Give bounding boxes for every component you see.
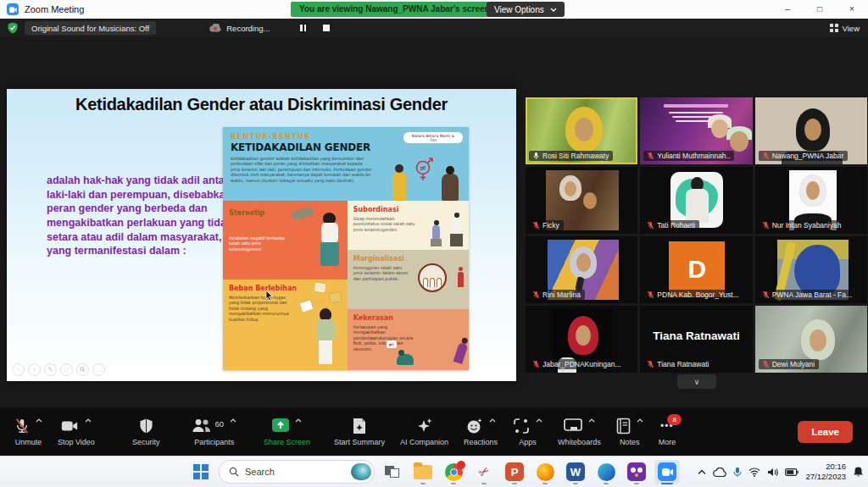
chevron-up-icon[interactable] — [637, 418, 643, 423]
view-layout-button[interactable]: View — [830, 24, 860, 33]
battery-icon[interactable] — [785, 468, 798, 476]
task-view-button[interactable] — [380, 460, 405, 484]
clock-date: 27/12/2023 — [805, 472, 846, 482]
minimize-button[interactable]: – — [771, 0, 804, 19]
purple-app-button[interactable] — [624, 460, 649, 484]
participant-name-label: PWNA Jawa Barat - Fa... PDNA Kab. Bogor_… — [643, 290, 743, 301]
chevron-up-icon[interactable] — [295, 418, 302, 423]
close-button[interactable]: × — [836, 0, 868, 19]
chevron-up-icon[interactable] — [230, 418, 236, 423]
chevron-up-icon[interactable] — [85, 418, 92, 423]
podium-illustration — [450, 234, 463, 246]
video-tile-active-speaker[interactable]: Rosi Siti Rahmawaty — [526, 97, 637, 164]
word-button[interactable]: W — [563, 460, 588, 484]
infographic-description: Ketidakadilan gender adalah ketidakadila… — [231, 156, 373, 183]
reactions-button[interactable]: Reactions — [456, 407, 505, 456]
wifi-icon[interactable] — [748, 468, 760, 477]
infographic-credit: Batara Betara Munti & Tim — [403, 132, 463, 143]
sticky-note-illustration — [299, 300, 313, 312]
smiley-reactions-icon — [466, 418, 483, 434]
infographic-header: BENTUK-BENTUK KETIDAKADILAN GENDER Ketid… — [223, 127, 469, 201]
original-sound-button[interactable]: Original Sound for Musicians: Off — [25, 21, 156, 35]
powerpoint-icon: P — [505, 462, 524, 481]
next-slide-icon: › — [28, 363, 41, 376]
video-tile[interactable]: Nawang_PWNA Jabar — [755, 97, 867, 164]
leave-button[interactable]: Leave — [798, 421, 853, 443]
stop-recording-button[interactable] — [323, 25, 330, 31]
more-button[interactable]: ••• 8 More — [651, 407, 684, 456]
hidden-icons-chevron[interactable] — [698, 469, 706, 475]
participant-name-label: Yulianti Muthmainnah.. — [643, 151, 734, 162]
person-illustration — [453, 218, 460, 234]
mic-muted-icon — [532, 221, 540, 230]
viewing-screen-banner: You are viewing Nawang_PWNA Jabar's scre… — [291, 2, 498, 17]
unmute-button[interactable]: Unmute — [7, 407, 50, 456]
mic-muted-icon — [762, 291, 770, 299]
summary-document-icon — [353, 418, 366, 434]
video-tile-camera-off[interactable]: Tiana Ratnawati Tiana Ratnawati — [640, 306, 752, 373]
start-summary-button[interactable]: Start Summary — [326, 407, 392, 456]
collapse-gallery-button[interactable]: ∨ — [677, 374, 716, 389]
mic-muted-icon — [647, 152, 654, 160]
powerpoint-button[interactable]: P — [502, 460, 527, 484]
chrome-button[interactable] — [441, 460, 466, 484]
apps-button[interactable]: Apps — [505, 407, 550, 456]
microphone-tray-icon[interactable] — [733, 467, 742, 478]
share-screen-icon — [272, 418, 289, 433]
section-beban-berlebihan: Beban Berlebihan Membebankan tugas-tugas… — [223, 279, 348, 370]
file-explorer-button[interactable] — [410, 460, 436, 484]
video-tile[interactable]: Dewi Mulyani — [755, 306, 867, 373]
notification-bell-icon[interactable] — [853, 466, 864, 478]
view-options-button[interactable]: View Options — [487, 2, 565, 17]
video-tile[interactable]: Jabar_PDNAKuningan... — [526, 306, 637, 373]
mic-muted-icon — [532, 360, 540, 368]
person-illustration — [432, 225, 440, 239]
search-highlight-image — [351, 463, 371, 480]
gender-inequality-illustration: ≠ — [381, 155, 465, 201]
ai-companion-button[interactable]: AI Companion — [392, 407, 456, 456]
video-tile[interactable]: Ficky — [526, 167, 637, 234]
recording-indicator: Recording... — [209, 24, 270, 33]
whiteboards-button[interactable]: Whiteboards — [550, 407, 609, 456]
mic-muted-icon — [647, 221, 654, 230]
maximize-button[interactable]: □ — [804, 0, 836, 19]
video-tile[interactable]: Nur Intan Syabaniyah — [755, 167, 867, 234]
participants-button[interactable]: 60 Participants — [184, 407, 244, 456]
chevron-up-icon[interactable] — [588, 418, 595, 423]
security-button[interactable]: Security — [125, 407, 168, 456]
notes-button[interactable]: Notes — [609, 407, 651, 456]
video-tile[interactable]: Tati Rohaeti — [640, 167, 752, 234]
zoom-app-icon — [7, 3, 19, 15]
share-screen-button[interactable]: Share Screen — [256, 407, 318, 456]
unequal-gender-symbol-icon: ≠ — [413, 157, 435, 182]
zoom-meeting-window: Zoom Meeting You are viewing Nawang_PWNA… — [0, 0, 868, 487]
owl-app-icon — [627, 462, 646, 481]
speaker-icon[interactable] — [767, 468, 778, 477]
task-view-icon — [385, 466, 400, 478]
chevron-up-icon[interactable] — [536, 418, 542, 423]
stop-video-button[interactable]: Stop Video — [50, 407, 103, 456]
infographic-heading: KETIDAKADILAN GENDER — [231, 141, 461, 153]
zoom-taskbar-button[interactable] — [654, 460, 680, 484]
taskbar-search-box[interactable]: Search — [219, 460, 375, 484]
pause-recording-button[interactable] — [300, 25, 306, 31]
onedrive-cloud-icon[interactable] — [713, 468, 726, 477]
clock-time: 20:16 — [805, 462, 846, 472]
video-tile[interactable]: PWNA Jawa Barat - Fa... — [755, 236, 867, 303]
firefox-button[interactable] — [532, 460, 558, 484]
video-tile[interactable]: Rini Marlina — [526, 236, 637, 303]
chevron-up-icon[interactable] — [36, 418, 42, 423]
mic-muted-icon — [762, 360, 770, 368]
chevron-up-icon[interactable] — [489, 418, 496, 423]
edge-button[interactable] — [593, 460, 619, 484]
video-tile[interactable]: Yulianti Muthmainnah.. — [640, 97, 752, 164]
sticky-note-illustration — [314, 282, 326, 293]
start-button[interactable] — [188, 460, 214, 484]
mic-on-icon — [532, 152, 540, 160]
word-icon: W — [566, 462, 585, 481]
search-placeholder: Search — [245, 467, 275, 477]
taskbar-clock[interactable]: 20:16 27/12/2023 — [805, 462, 846, 482]
snipping-tool-button[interactable]: ✂ — [471, 460, 497, 484]
magnifier-icon — [76, 363, 89, 376]
video-tile[interactable]: D PWNA Jawa Barat - Fa... PDNA Kab. Bogo… — [640, 236, 752, 303]
